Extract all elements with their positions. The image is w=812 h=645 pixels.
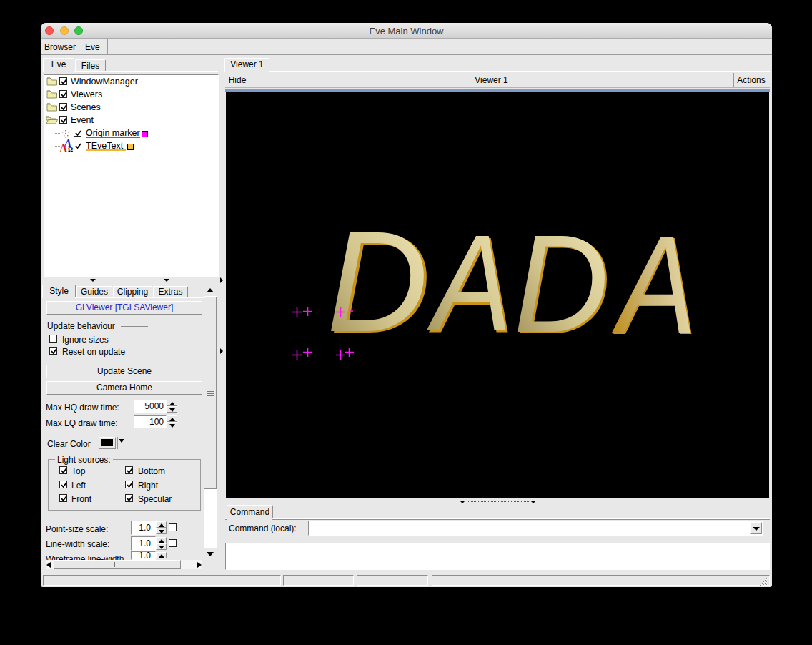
svg-text:A: A (427, 207, 513, 359)
svg-text:A: A (612, 206, 696, 362)
svg-text:D: D (514, 206, 609, 361)
svg-text:D: D (327, 202, 428, 362)
